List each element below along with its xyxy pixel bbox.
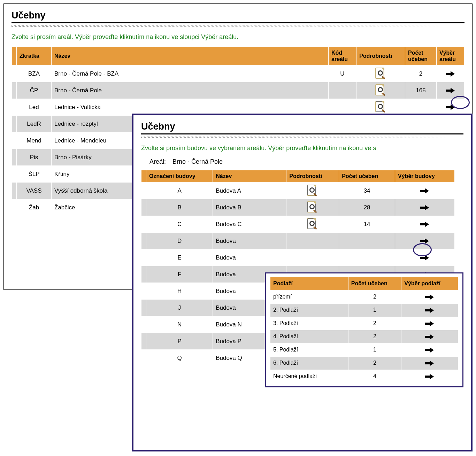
table-row: 4. Podlaží2 bbox=[270, 330, 458, 343]
cell-vyber[interactable] bbox=[395, 216, 455, 233]
cell-pocet: 1 bbox=[348, 343, 401, 356]
cell-ozn: J bbox=[146, 300, 213, 316]
cell-pocet: 2 bbox=[348, 290, 401, 303]
col-vyber: Výběr areálu bbox=[437, 47, 465, 65]
cell-zkratka: Pis bbox=[17, 149, 52, 166]
col-nazev: Název bbox=[52, 47, 329, 65]
cell-vyber[interactable] bbox=[395, 183, 455, 199]
detail-icon[interactable] bbox=[376, 85, 386, 96]
arrow-right-icon[interactable] bbox=[420, 188, 429, 194]
hint-text: Zvolte si prosím budovu ve vybraném areá… bbox=[141, 145, 463, 152]
table-row: BZABrno - Černá Pole - BZAU2 bbox=[12, 65, 465, 82]
arrow-right-icon[interactable] bbox=[425, 334, 434, 340]
col-kod: Kód areálu bbox=[329, 47, 356, 65]
cell-vyber[interactable] bbox=[401, 317, 458, 330]
detail-icon[interactable] bbox=[376, 68, 386, 80]
detail-icon[interactable] bbox=[307, 185, 318, 197]
cell-vyber[interactable] bbox=[395, 199, 455, 216]
cell-vyber[interactable] bbox=[401, 330, 458, 343]
cell-zkratka: ŠLP bbox=[17, 166, 52, 183]
cell-podlazi: 6. Podlaží bbox=[270, 356, 348, 370]
col-vyber: Výběr budovy bbox=[395, 170, 455, 183]
arrow-right-icon[interactable] bbox=[420, 205, 429, 210]
cell-pocet: 28 bbox=[339, 199, 395, 216]
page-title: Učebny bbox=[11, 10, 465, 21]
cell-detail[interactable] bbox=[286, 199, 339, 216]
cell-podlazi: 3. Podlaží bbox=[270, 317, 348, 330]
detail-icon[interactable] bbox=[307, 202, 318, 214]
arrow-right-icon[interactable] bbox=[425, 347, 434, 353]
cell-vyber[interactable] bbox=[437, 65, 465, 82]
cell-detail[interactable] bbox=[286, 216, 339, 233]
col-ozn: Označení budovy bbox=[146, 170, 213, 183]
table-row: EBudova bbox=[141, 249, 455, 266]
arrow-right-icon[interactable] bbox=[425, 361, 434, 366]
arrow-right-icon[interactable] bbox=[446, 105, 455, 110]
arrow-right-icon[interactable] bbox=[420, 255, 429, 261]
cell-nazev: Budova C bbox=[213, 216, 286, 233]
cell-detail[interactable] bbox=[286, 249, 339, 266]
arrow-right-icon[interactable] bbox=[425, 294, 434, 300]
cell-nazev: Budova bbox=[213, 233, 286, 249]
cell-nazev: Brno - Černá Pole - BZA bbox=[52, 65, 329, 82]
detail-icon[interactable] bbox=[376, 101, 386, 113]
arrow-right-icon[interactable] bbox=[446, 88, 455, 93]
cell-vyber[interactable] bbox=[401, 343, 458, 356]
cell-detail[interactable] bbox=[286, 233, 339, 249]
cell-vyber[interactable] bbox=[401, 303, 458, 317]
cell-detail[interactable] bbox=[286, 183, 339, 199]
cell-zkratka: ČP bbox=[17, 82, 52, 99]
cell-ozn: E bbox=[146, 249, 213, 266]
cell-pocet bbox=[405, 99, 437, 116]
cell-pocet: 2 bbox=[348, 330, 401, 343]
col-podlazi: Podlaží bbox=[270, 277, 348, 290]
col-detail: Podrobnosti bbox=[286, 170, 339, 183]
arrow-right-icon[interactable] bbox=[446, 71, 455, 77]
cell-ozn: P bbox=[146, 333, 213, 350]
cell-zkratka: BZA bbox=[17, 65, 52, 82]
page-title: Učebny bbox=[141, 121, 463, 132]
cell-zkratka: Žab bbox=[17, 199, 52, 216]
cell-zkratka: Led bbox=[17, 99, 52, 116]
detail-icon[interactable] bbox=[307, 218, 318, 230]
cell-ozn: D bbox=[146, 233, 213, 249]
table-row: DBudova bbox=[141, 233, 455, 249]
cell-pocet: 2 bbox=[348, 356, 401, 370]
cell-pocet bbox=[339, 233, 395, 249]
cell-ozn: F bbox=[146, 266, 213, 283]
col-zkratka: Zkratka bbox=[17, 47, 52, 65]
cell-ozn: B bbox=[146, 199, 213, 216]
cell-zkratka: LedR bbox=[17, 116, 52, 132]
cell-podlazi: přízemí bbox=[270, 290, 348, 303]
cell-vyber[interactable] bbox=[401, 370, 458, 383]
cell-vyber[interactable] bbox=[437, 82, 465, 99]
cell-detail[interactable] bbox=[356, 65, 405, 82]
cell-ozn: A bbox=[146, 183, 213, 199]
cell-vyber[interactable] bbox=[437, 99, 465, 116]
cell-ozn: N bbox=[146, 316, 213, 333]
cell-detail[interactable] bbox=[356, 99, 405, 116]
cell-vyber[interactable] bbox=[395, 249, 455, 266]
cell-nazev: Budova bbox=[213, 249, 286, 266]
cell-zkratka: Mend bbox=[17, 132, 52, 149]
cell-nazev: Lednice - Valtická bbox=[52, 99, 329, 116]
arrow-right-icon[interactable] bbox=[425, 321, 434, 326]
table-row: Neurčené podlaží4 bbox=[270, 370, 458, 383]
cell-pocet: 2 bbox=[348, 317, 401, 330]
arrow-right-icon[interactable] bbox=[425, 374, 434, 379]
cell-kod: U bbox=[329, 65, 356, 82]
cell-detail[interactable] bbox=[356, 82, 405, 99]
arrow-right-icon[interactable] bbox=[425, 308, 434, 313]
cell-vyber[interactable] bbox=[401, 356, 458, 370]
cell-podlazi: 2. Podlaží bbox=[270, 303, 348, 317]
cell-vyber[interactable] bbox=[401, 290, 458, 303]
cell-ozn: C bbox=[146, 216, 213, 233]
arrow-right-icon[interactable] bbox=[420, 222, 429, 227]
cell-podlazi: 5. Podlaží bbox=[270, 343, 348, 356]
table-row: 3. Podlaží2 bbox=[270, 317, 458, 330]
arrow-right-icon[interactable] bbox=[420, 238, 429, 244]
cell-nazev: Budova B bbox=[213, 199, 286, 216]
col-vyber: Výběr podlaží bbox=[401, 277, 458, 290]
cell-pocet: 14 bbox=[339, 216, 395, 233]
cell-vyber[interactable] bbox=[395, 233, 455, 249]
